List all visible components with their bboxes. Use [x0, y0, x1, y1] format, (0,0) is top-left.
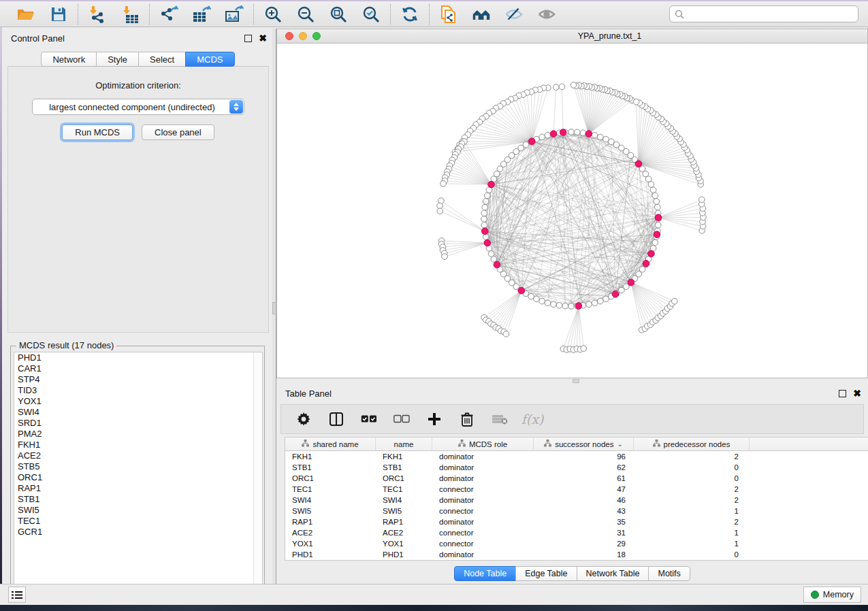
ring-node[interactable] — [652, 240, 658, 246]
search-input[interactable] — [688, 7, 858, 21]
table-row[interactable]: ORC1ORC1dominator610 — [285, 473, 868, 484]
ring-node[interactable] — [655, 204, 661, 210]
mcds-hub-node[interactable] — [575, 303, 582, 310]
mcds-hub-node[interactable] — [612, 291, 619, 297]
ring-node[interactable] — [609, 139, 615, 145]
ring-node[interactable] — [568, 303, 575, 310]
zoom-fit-icon[interactable] — [329, 5, 348, 24]
mcds-result-item[interactable]: TID3 — [14, 385, 262, 396]
leaf-node[interactable] — [559, 84, 565, 90]
mcds-hub-node[interactable] — [488, 181, 495, 188]
column-header-MCDS-role[interactable]: MCDS role — [432, 437, 534, 450]
tab-edge-table[interactable]: Edge Table — [515, 566, 577, 581]
mcds-hub-node[interactable] — [585, 131, 592, 137]
ring-node[interactable] — [539, 134, 545, 140]
column-header-shared-name[interactable]: shared name — [285, 437, 376, 450]
mcds-result-item[interactable]: PMA2 — [14, 429, 262, 440]
select-all-columns-icon[interactable] — [360, 410, 378, 428]
ring-node[interactable] — [545, 132, 551, 138]
leaf-node[interactable] — [437, 208, 443, 214]
table-row[interactable]: SWI5SWI5connector431 — [285, 506, 868, 516]
leaf-node[interactable] — [581, 346, 587, 352]
leaf-node[interactable] — [503, 331, 509, 337]
first-neighbors-icon[interactable] — [472, 5, 491, 24]
network-graph[interactable] — [277, 44, 868, 378]
leaf-node[interactable] — [699, 197, 705, 203]
zoom-selected-icon[interactable] — [361, 5, 381, 24]
tab-motifs[interactable]: Motifs — [648, 566, 690, 581]
mcds-hub-node[interactable] — [484, 240, 491, 246]
mcds-result-item[interactable]: YOX1 — [14, 396, 262, 407]
table-row[interactable]: YOX1YOX1connector291 — [285, 538, 868, 549]
table-row[interactable]: TEC1TEC1connector472 — [285, 484, 868, 495]
zoom-out-icon[interactable] — [296, 5, 315, 24]
mcds-hub-node[interactable] — [518, 287, 525, 294]
leaf-node[interactable] — [672, 298, 678, 304]
mcds-result-item[interactable]: FKH1 — [14, 440, 262, 450]
ring-node[interactable] — [488, 251, 494, 257]
open-session-icon[interactable] — [16, 5, 35, 24]
leaf-node[interactable] — [633, 99, 639, 105]
ring-node[interactable] — [483, 234, 489, 240]
export-table-icon[interactable] — [192, 5, 211, 24]
close-panel-icon[interactable]: ✖ — [259, 35, 267, 42]
tab-network[interactable]: Network — [41, 52, 97, 67]
mcds-list-scrollbar[interactable] — [253, 352, 262, 596]
ring-node[interactable] — [481, 222, 487, 228]
table-row[interactable]: PHD1PHD1dominator180 — [285, 549, 868, 560]
network-canvas[interactable] — [276, 44, 868, 378]
add-column-icon[interactable] — [425, 410, 443, 428]
tab-select[interactable]: Select — [138, 52, 186, 67]
mcds-result-item[interactable]: ORC1 — [14, 472, 262, 483]
ring-node[interactable] — [654, 199, 660, 205]
mcds-hub-node[interactable] — [550, 131, 557, 137]
ring-node[interactable] — [481, 216, 487, 222]
import-network-icon[interactable] — [88, 5, 107, 24]
column-header-successor-nodes[interactable]: successor nodes⌄ — [534, 437, 634, 450]
table-row[interactable]: ACE2ACE2connector311 — [285, 527, 868, 538]
ring-node[interactable] — [483, 199, 489, 205]
memory-button[interactable]: Memory — [803, 587, 861, 603]
mcds-result-item[interactable]: SWI5 — [14, 505, 262, 516]
show-all-icon[interactable] — [537, 5, 556, 24]
tab-node-table[interactable]: Node Table — [454, 566, 516, 581]
ring-node[interactable] — [652, 193, 658, 199]
ring-node[interactable] — [603, 296, 609, 302]
mcds-hub-node[interactable] — [494, 261, 500, 268]
minimize-window-icon[interactable] — [299, 32, 307, 40]
mcds-result-item[interactable]: CAR1 — [14, 363, 262, 374]
import-table-icon[interactable] — [120, 5, 140, 24]
ring-node[interactable] — [592, 300, 598, 306]
table-row[interactable]: STB1STB1dominator620 — [285, 462, 868, 473]
mcds-hub-node[interactable] — [655, 214, 662, 221]
mcds-result-item[interactable]: SRD1 — [14, 418, 262, 429]
network-titlebar[interactable]: YPA_prune.txt_1 — [276, 29, 868, 44]
ring-node[interactable] — [598, 134, 604, 140]
leaf-node[interactable] — [442, 254, 448, 260]
close-panel-button[interactable]: Close panel — [142, 125, 214, 140]
table-row[interactable]: SWI4SWI4dominator462 — [285, 495, 868, 506]
task-history-button[interactable] — [8, 587, 26, 603]
mcds-hub-node[interactable] — [628, 279, 634, 286]
table-row[interactable]: FKH1FKH1dominator962 — [285, 451, 868, 462]
table-row[interactable]: RAP1RAP1dominator352 — [285, 516, 868, 527]
ring-node[interactable] — [586, 301, 592, 308]
ring-node[interactable] — [655, 222, 661, 228]
copy-network-icon[interactable] — [439, 5, 458, 24]
unselect-all-columns-icon[interactable] — [393, 410, 411, 428]
float-table-panel-icon[interactable] — [839, 390, 846, 397]
export-network-icon[interactable] — [159, 5, 178, 24]
mcds-result-item[interactable]: SWI4 — [14, 407, 262, 418]
table-options-gear-icon[interactable] — [295, 410, 312, 428]
mcds-hub-node[interactable] — [654, 231, 660, 238]
search-field[interactable] — [669, 5, 858, 22]
leaf-node[interactable] — [553, 84, 560, 90]
close-table-panel-icon[interactable]: ✖ — [853, 390, 861, 397]
ring-node[interactable] — [568, 129, 575, 135]
mcds-result-item[interactable]: GCR1 — [14, 527, 262, 538]
mcds-result-item[interactable]: ACE2 — [14, 450, 262, 461]
refresh-view-icon[interactable] — [400, 5, 419, 24]
mcds-hub-node[interactable] — [643, 261, 649, 267]
ring-node[interactable] — [574, 129, 580, 135]
tab-style[interactable]: Style — [96, 52, 139, 67]
